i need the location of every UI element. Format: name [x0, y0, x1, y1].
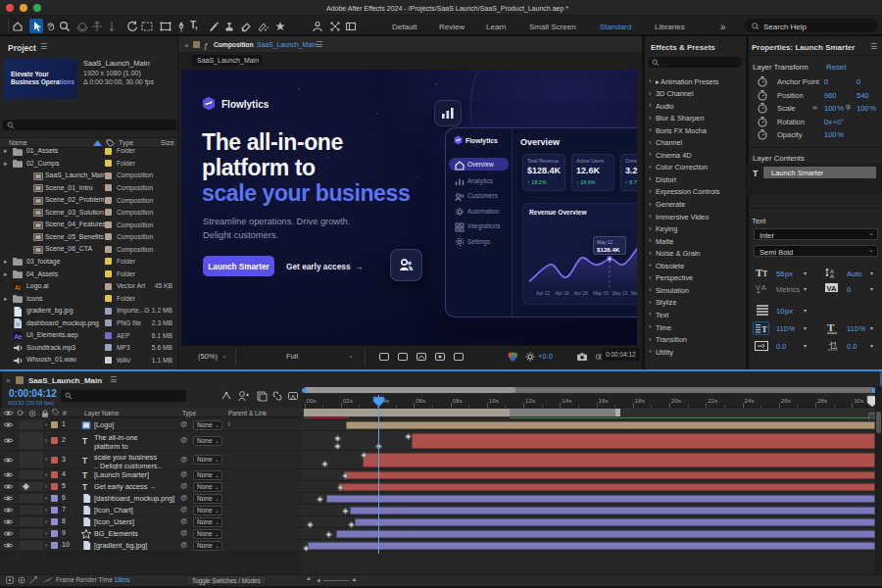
- svg-text:T: T: [761, 324, 767, 334]
- svg-text:乜: 乜: [829, 341, 838, 350]
- svg-text:A: A: [830, 273, 834, 279]
- svg-text:Ae: Ae: [15, 333, 23, 340]
- svg-text:Ai: Ai: [15, 284, 21, 291]
- svg-text:T: T: [762, 270, 768, 278]
- svg-text:V A: V A: [756, 283, 766, 292]
- svg-text:VA: VA: [827, 284, 837, 293]
- svg-text:T: T: [827, 321, 835, 333]
